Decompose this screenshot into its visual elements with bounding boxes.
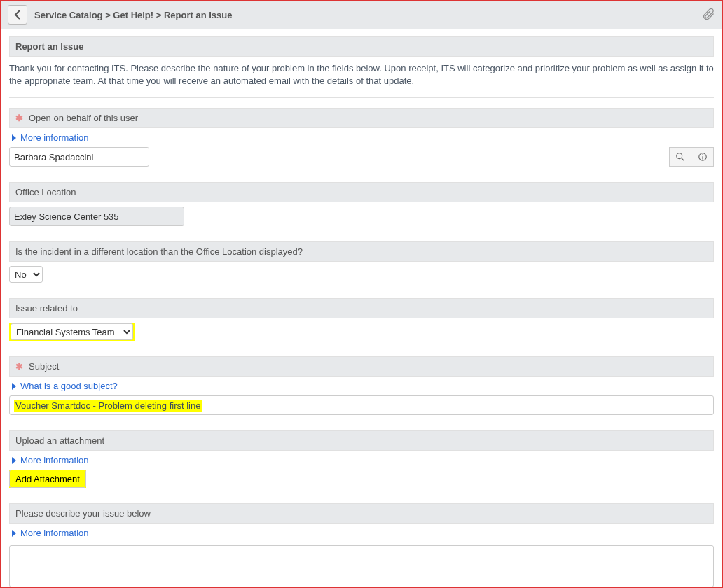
- highlight-issue-related: Financial Systems Team: [9, 323, 135, 341]
- subject-help-toggle[interactable]: What is a good subject?: [12, 381, 714, 391]
- subject-input[interactable]: Voucher Smartdoc - Problem deleting firs…: [9, 396, 714, 415]
- page-title: Report an Issue: [9, 36, 714, 57]
- more-info-link: More information: [20, 132, 89, 143]
- breadcrumb: Service Catalog > Get Help! > Report an …: [34, 10, 232, 20]
- office-location-input: [9, 206, 184, 226]
- field-issue-related: Issue related to Financial Systems Team: [9, 298, 714, 341]
- field-label-issue-related: Issue related to: [9, 298, 714, 318]
- field-open-on-behalf: ✱ Open on behalf of this user More infor…: [9, 108, 714, 167]
- label-text: Office Location: [15, 187, 76, 197]
- header-bar: Service Catalog > Get Help! > Report an …: [1, 1, 722, 29]
- add-attachment-button[interactable]: Add Attachment: [9, 470, 86, 488]
- label-text: Issue related to: [15, 303, 78, 314]
- paperclip-icon: [701, 7, 715, 21]
- field-attachment: Upload an attachment More information Ad…: [9, 430, 714, 488]
- attachments-icon[interactable]: [701, 7, 715, 23]
- field-label-open-on-behalf: ✱ Open on behalf of this user: [9, 108, 714, 128]
- more-info-toggle[interactable]: More information: [12, 132, 714, 143]
- field-diff-location: Is the incident in a different location …: [9, 241, 714, 283]
- diff-location-select[interactable]: No: [9, 266, 43, 283]
- field-label-office-location: Office Location: [9, 182, 714, 202]
- intro-text: Thank you for contacting ITS. Please des…: [9, 57, 714, 98]
- field-subject: ✱ Subject What is a good subject? Vouche…: [9, 356, 714, 415]
- disclosure-triangle-icon: [12, 530, 16, 537]
- issue-related-select[interactable]: Financial Systems Team: [11, 323, 133, 340]
- info-button[interactable]: [691, 147, 714, 167]
- field-label-description: Please describe your issue below: [9, 503, 714, 524]
- field-label-attachment: Upload an attachment: [9, 430, 714, 451]
- highlight-subject: Voucher Smartdoc - Problem deleting firs…: [14, 400, 202, 412]
- back-button[interactable]: [8, 5, 27, 24]
- label-text: Please describe your issue below: [15, 508, 151, 519]
- svg-line-1: [682, 158, 684, 161]
- search-icon: [675, 152, 685, 162]
- required-icon: ✱: [15, 361, 23, 372]
- description-more-info-toggle[interactable]: More information: [12, 528, 714, 538]
- attachment-more-info-toggle[interactable]: More information: [12, 455, 714, 465]
- subject-help-link: What is a good subject?: [20, 381, 118, 391]
- field-label-diff-location: Is the incident in a different location …: [9, 241, 714, 262]
- field-description: Please describe your issue below More in…: [9, 503, 714, 587]
- svg-point-4: [702, 155, 703, 156]
- chevron-left-icon: [14, 10, 21, 20]
- attachment-more-info-link: More information: [20, 455, 89, 465]
- disclosure-triangle-icon: [12, 457, 16, 464]
- user-input[interactable]: [9, 147, 149, 167]
- description-textarea[interactable]: [9, 545, 714, 587]
- label-text: Is the incident in a different location …: [15, 246, 303, 257]
- form-content: Report an Issue Thank you for contacting…: [1, 29, 722, 587]
- field-label-subject: ✱ Subject: [9, 356, 714, 377]
- label-text: Subject: [29, 361, 59, 372]
- disclosure-triangle-icon: [12, 383, 16, 390]
- required-icon: ✱: [15, 113, 23, 123]
- svg-point-0: [677, 153, 682, 159]
- disclosure-triangle-icon: [12, 134, 16, 141]
- field-office-location: Office Location: [9, 182, 714, 226]
- label-text: Upload an attachment: [15, 435, 104, 446]
- description-more-info-link: More information: [20, 528, 89, 538]
- label-text: Open on behalf of this user: [29, 113, 138, 123]
- info-icon: [698, 152, 708, 162]
- app-frame: Service Catalog > Get Help! > Report an …: [0, 0, 723, 588]
- lookup-button[interactable]: [669, 147, 691, 167]
- highlight-add-attachment: Add Attachment: [9, 470, 86, 488]
